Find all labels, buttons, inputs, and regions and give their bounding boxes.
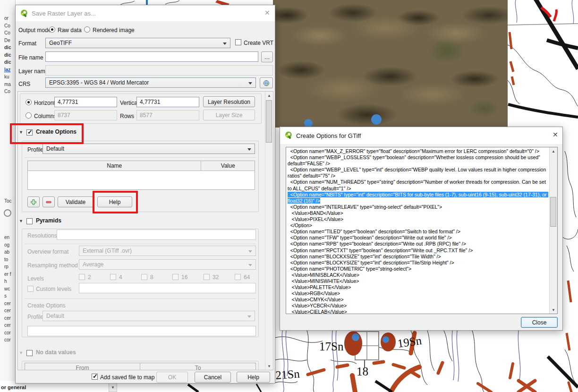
layer-panel-item[interactable]: dic xyxy=(0,52,15,60)
layer-panel-item[interactable]: or xyxy=(0,16,15,23)
layer-panel-item[interactable]: cer xyxy=(0,308,15,315)
level-label: 64 xyxy=(244,274,250,281)
horizontal-radio[interactable] xyxy=(26,99,32,105)
create-vrt-checkbox[interactable] xyxy=(235,39,241,45)
layer-panel-item[interactable]: og xyxy=(0,242,15,250)
layer-panel-item[interactable]: cer xyxy=(0,315,15,323)
layer-panel-item[interactable]: cor xyxy=(0,330,15,338)
layer-panel-item[interactable]: Toc xyxy=(0,198,15,206)
annotation-box-help xyxy=(93,191,138,213)
layer-size-button: Layer Size xyxy=(203,110,255,120)
horizontal-resolution-input[interactable] xyxy=(54,97,117,107)
layer-panel-item[interactable]: cer xyxy=(0,301,15,308)
textarea-scrollbar[interactable]: ▲ ▼ xyxy=(549,147,557,314)
rendered-image-label[interactable]: Rendered image xyxy=(93,27,135,34)
gtiff-option-line: <Value>PIXEL</Value> xyxy=(288,216,551,222)
gtiff-option-line: <Value>MINISWHITE</Value> xyxy=(288,278,551,284)
pyramids-profile-value: Default xyxy=(46,313,64,319)
crs-picker-button[interactable] xyxy=(260,77,273,88)
scroll-up-icon[interactable]: ▲ xyxy=(265,92,273,99)
dialog-title: Create Options for GTiff xyxy=(296,132,361,139)
custom-levels-checkbox xyxy=(27,286,34,292)
close-button[interactable]: Close xyxy=(521,317,558,328)
scrollbar-thumb[interactable] xyxy=(266,100,272,143)
file-name-label: File name xyxy=(18,54,43,61)
file-name-input[interactable] xyxy=(45,51,258,62)
scroll-up-icon[interactable]: ▲ xyxy=(550,147,557,155)
close-icon[interactable]: ✕ xyxy=(264,9,270,16)
overview-format-label: Overview format xyxy=(27,248,68,255)
pyramids-create-options-label: Create Options xyxy=(27,302,66,309)
add-saved-file-checkbox[interactable] xyxy=(92,374,98,380)
qgis-layers-panel-sliver: orCoCoDedicdicdiclazkumaCo Toc enogabtor… xyxy=(0,0,16,392)
scroll-down-icon[interactable]: ▼ xyxy=(550,306,557,314)
layer-panel-item[interactable]: en xyxy=(0,235,15,242)
layer-panel-item[interactable]: to xyxy=(0,257,15,264)
scroll-down-icon[interactable]: ▼ xyxy=(109,383,117,392)
profile-value: Default xyxy=(46,145,64,152)
layer-panel-item[interactable]: cor xyxy=(0,337,15,345)
close-icon[interactable]: ✕ xyxy=(552,131,558,138)
gtiff-option-line: <Option name="NUM_THREADS" type="string"… xyxy=(288,179,551,191)
crs-combobox[interactable]: EPSG:3395 - WGS 84 / World Mercator xyxy=(45,77,256,88)
layer-panel-item[interactable]: Co xyxy=(0,23,15,31)
layer-panel-item[interactable]: ma xyxy=(0,82,15,89)
create-options-table[interactable]: Name Value xyxy=(27,161,255,190)
raw-data-radio[interactable] xyxy=(49,26,55,33)
dialog-titlebar[interactable]: Save Raster Layer as... ✕ xyxy=(16,5,275,21)
collapse-triangle-icon[interactable]: ▼ xyxy=(19,219,23,223)
gtiff-options-textarea[interactable]: <Option name="MAX_Z_ERROR" type="float" … xyxy=(286,147,558,314)
layer-panel-item[interactable]: rp xyxy=(0,264,15,272)
pyramids-section-header[interactable]: ▼ Pyramids xyxy=(19,217,61,225)
dialog-scrollbar[interactable]: ▲ ▼ xyxy=(265,92,273,370)
deposit-marker xyxy=(381,332,396,351)
layer-resolution-button[interactable]: Layer Resolution xyxy=(203,96,255,107)
columns-radio[interactable] xyxy=(26,112,32,119)
save-raster-layer-dialog: Save Raster Layer as... ✕ Output mode Ra… xyxy=(15,5,275,383)
browse-button[interactable]: … xyxy=(261,51,273,62)
layer-panel-item[interactable]: Co xyxy=(0,30,15,38)
collapse-triangle-icon[interactable]: ▼ xyxy=(19,350,23,355)
vertical-resolution-input[interactable] xyxy=(136,97,199,107)
map-label: 21Sn xyxy=(275,367,300,382)
add-saved-file-label[interactable]: Add saved file to map xyxy=(100,374,154,381)
no-data-section-header[interactable]: ▼ No data values xyxy=(19,349,76,357)
help-button[interactable]: Help xyxy=(237,372,270,383)
layer-panel-item[interactable]: dic xyxy=(0,60,15,67)
columns-label[interactable]: Columns xyxy=(34,113,56,119)
rendered-image-radio[interactable] xyxy=(84,26,90,33)
layer-panel-item[interactable]: h xyxy=(0,279,15,286)
layer-name-input xyxy=(45,65,273,76)
format-value: GeoTIFF xyxy=(49,40,72,46)
layer-panel-item[interactable]: Co xyxy=(0,89,15,96)
scroll-down-icon[interactable]: ▼ xyxy=(265,362,273,370)
profile-combobox[interactable]: Default xyxy=(42,144,255,154)
validate-button[interactable]: Validate xyxy=(58,196,94,207)
raw-data-label[interactable]: Raw data xyxy=(58,27,82,34)
layer-panel-item[interactable]: cer xyxy=(0,323,15,330)
layer-panel-item[interactable]: ab xyxy=(0,249,15,257)
format-combobox[interactable]: GeoTIFF xyxy=(45,38,230,48)
layer-panel-item[interactable]: ku xyxy=(0,74,15,82)
gtiff-option-line: <Value>BAND</Value> xyxy=(288,210,551,216)
level-label: 8 xyxy=(150,274,153,281)
layer-panel-item[interactable]: wc xyxy=(0,286,15,294)
annotation-box-create-options xyxy=(10,123,84,144)
layer-panel-item[interactable]: laz xyxy=(0,67,15,75)
qgis-logo-icon xyxy=(284,131,293,139)
pyramid-level-option: 2 xyxy=(79,274,110,281)
dialog-titlebar[interactable]: Create Options for GTiff ✕ xyxy=(280,127,562,144)
cancel-button[interactable]: Cancel xyxy=(195,372,231,383)
remove-option-button[interactable] xyxy=(42,196,55,207)
layer-panel-item[interactable]: er f xyxy=(0,272,15,279)
name-column-header: Name xyxy=(28,161,201,170)
add-option-button[interactable] xyxy=(27,196,40,207)
pyramids-checkbox[interactable] xyxy=(26,218,33,224)
create-vrt-label[interactable]: Create VRT xyxy=(244,40,273,46)
scrollbar-thumb[interactable] xyxy=(550,197,556,227)
ok-button: OK xyxy=(156,372,188,383)
layer-panel-item[interactable]: De xyxy=(0,38,15,45)
no-data-checkbox[interactable] xyxy=(26,350,33,356)
layer-panel-item[interactable]: s xyxy=(0,293,15,301)
layer-panel-item[interactable]: dic xyxy=(0,45,15,52)
